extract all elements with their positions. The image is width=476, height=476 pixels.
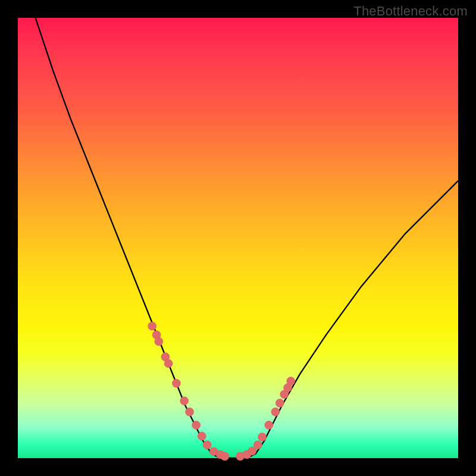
data-point [203,441,211,449]
data-point [198,432,206,440]
curve-layer [36,18,458,458]
dot-layer [148,322,295,461]
data-point [180,397,189,405]
watermark-label: TheBottleneck.com [353,4,468,19]
data-point [265,421,273,430]
data-point [271,408,280,416]
outer-frame: TheBottleneck.com [0,0,476,476]
data-point [164,359,173,368]
data-point [221,452,229,461]
data-point [155,337,163,346]
chart-svg [18,18,458,458]
data-point [253,441,262,449]
data-point [186,408,194,416]
bottleneck-curve [36,18,458,458]
data-point [258,433,267,441]
plot-area [18,18,458,458]
data-point [192,421,201,430]
data-point [287,377,295,386]
data-point [275,399,284,408]
data-point [148,322,156,330]
data-point [172,379,180,387]
